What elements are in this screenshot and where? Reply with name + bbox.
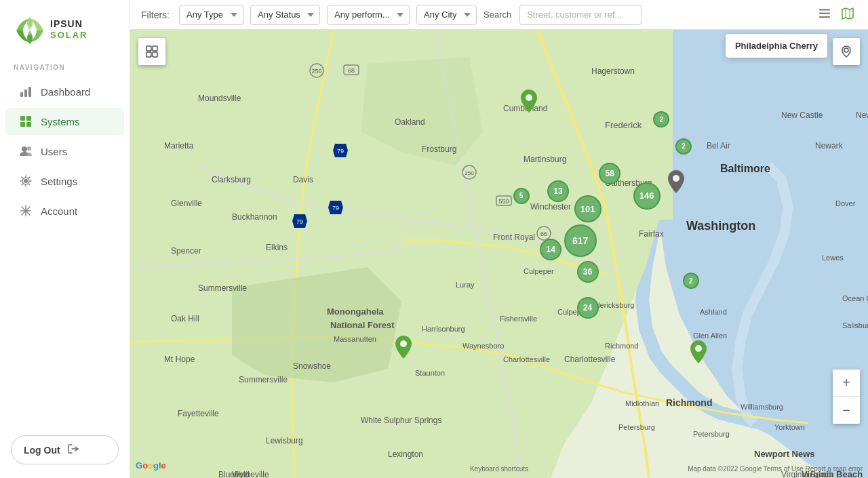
svg-text:Charlottesville: Charlottesville bbox=[503, 355, 550, 363]
sidebar-item-dashboard[interactable]: Dashboard bbox=[5, 78, 124, 105]
map-container[interactable]: Baltimore Washington Philadelphia Wilmin… bbox=[130, 30, 868, 478]
svg-point-1 bbox=[25, 26, 35, 35]
expand-icon bbox=[145, 45, 159, 58]
status-filter[interactable]: Any Status bbox=[250, 5, 320, 25]
expand-button[interactable] bbox=[138, 38, 165, 65]
svg-text:Summersville: Summersville bbox=[239, 375, 288, 384]
zoom-out-icon: − bbox=[842, 403, 850, 418]
cluster-2a[interactable]: 2 bbox=[675, 138, 692, 155]
pin-southeast[interactable] bbox=[690, 340, 707, 366]
map-background: Baltimore Washington Philadelphia Wilmin… bbox=[130, 30, 868, 478]
cluster-617[interactable]: 617 bbox=[564, 224, 597, 257]
svg-text:Baltimore: Baltimore bbox=[720, 163, 770, 174]
svg-text:Spencer: Spencer bbox=[171, 246, 201, 256]
snowflake-icon bbox=[19, 204, 33, 218]
svg-text:79: 79 bbox=[332, 205, 339, 212]
svg-text:Snowshoe: Snowshoe bbox=[293, 361, 331, 371]
svg-text:Glen Allen: Glen Allen bbox=[693, 332, 727, 340]
svg-point-13 bbox=[24, 179, 28, 183]
svg-rect-22 bbox=[819, 13, 830, 15]
grid-icon bbox=[19, 115, 33, 128]
map-pin-icon bbox=[690, 340, 707, 363]
pin-southwest[interactable] bbox=[395, 336, 412, 361]
cluster-2b[interactable]: 2 bbox=[683, 273, 699, 289]
svg-rect-21 bbox=[819, 9, 830, 11]
svg-text:Newark: Newark bbox=[856, 111, 868, 120]
gear-icon bbox=[19, 174, 33, 188]
type-filter[interactable]: Any Type bbox=[179, 5, 243, 25]
cluster-146[interactable]: 146 bbox=[633, 182, 660, 210]
svg-text:68: 68 bbox=[348, 67, 355, 74]
svg-text:Massanutten: Massanutten bbox=[334, 335, 376, 343]
map-controls: + − bbox=[833, 370, 860, 424]
svg-text:White Sulphur Springs: White Sulphur Springs bbox=[361, 416, 441, 425]
filters-bar: Filters: Any Type Any Status Any perform… bbox=[130, 0, 868, 30]
search-input[interactable] bbox=[519, 5, 642, 25]
svg-rect-110 bbox=[146, 52, 151, 57]
performance-filter[interactable]: Any perform... bbox=[327, 5, 410, 25]
map-pin-gray-icon bbox=[668, 170, 684, 193]
map-pin-icon bbox=[395, 336, 412, 359]
zoom-out-button[interactable]: − bbox=[833, 397, 860, 424]
svg-text:Monongahela: Monongahela bbox=[327, 306, 384, 317]
svg-text:Elkins: Elkins bbox=[266, 243, 288, 252]
map-icon bbox=[841, 7, 854, 22]
pin-annapolis[interactable] bbox=[668, 170, 684, 196]
navigation-label: NAVIGATION bbox=[0, 56, 130, 77]
svg-text:Luray: Luray bbox=[456, 281, 475, 289]
pin-cumberland[interactable] bbox=[521, 89, 537, 115]
sidebar-item-users[interactable]: Users bbox=[5, 138, 124, 165]
svg-text:79: 79 bbox=[296, 218, 303, 225]
svg-text:Lewisburg: Lewisburg bbox=[266, 436, 303, 445]
cluster-101[interactable]: 101 bbox=[574, 195, 601, 222]
svg-text:Salisbury: Salisbury bbox=[842, 321, 868, 330]
svg-text:Bel Air: Bel Air bbox=[707, 141, 730, 151]
map-popup: Philadelphia Cherry bbox=[726, 34, 827, 58]
cluster-2c[interactable]: 2 bbox=[653, 111, 669, 127]
search-label: Search bbox=[484, 9, 511, 20]
logo-area: IPSUN SOLAR bbox=[0, 0, 130, 56]
filters-label: Filters: bbox=[141, 9, 170, 20]
location-icon bbox=[840, 45, 853, 58]
sidebar-item-systems[interactable]: Systems bbox=[5, 108, 124, 135]
cluster-14[interactable]: 14 bbox=[540, 239, 561, 260]
map-attribution: Map data ©2022 Google Terms of Use Repor… bbox=[688, 465, 863, 473]
cluster-5[interactable]: 5 bbox=[513, 188, 530, 204]
list-view-button[interactable] bbox=[815, 4, 834, 25]
svg-text:IPSUN: IPSUN bbox=[50, 18, 83, 29]
location-button[interactable] bbox=[833, 38, 860, 65]
cluster-58[interactable]: 58 bbox=[599, 163, 620, 184]
sidebar-item-systems-label: Systems bbox=[41, 116, 80, 127]
svg-text:Hagerstown: Hagerstown bbox=[591, 66, 635, 76]
sidebar-item-settings[interactable]: Settings bbox=[5, 167, 124, 195]
svg-text:Staunton: Staunton bbox=[415, 369, 445, 377]
map-pin-icon bbox=[521, 89, 537, 113]
svg-point-19 bbox=[24, 210, 27, 212]
svg-text:Ashland: Ashland bbox=[700, 308, 727, 316]
svg-rect-6 bbox=[28, 87, 31, 97]
logo: IPSUN SOLAR bbox=[11, 12, 106, 47]
svg-text:Charlottesville: Charlottesville bbox=[564, 355, 616, 364]
cluster-13[interactable]: 13 bbox=[547, 180, 569, 202]
logout-button[interactable]: Log Out bbox=[11, 435, 119, 464]
city-filter[interactable]: Any City bbox=[416, 5, 477, 25]
svg-rect-7 bbox=[20, 116, 25, 121]
svg-text:Davis: Davis bbox=[293, 175, 313, 184]
svg-text:Fairfax: Fairfax bbox=[639, 229, 664, 239]
cluster-36[interactable]: 36 bbox=[577, 261, 599, 283]
main-content: Filters: Any Type Any Status Any perform… bbox=[130, 0, 868, 478]
sidebar-item-account[interactable]: Account bbox=[5, 197, 124, 224]
svg-rect-9 bbox=[20, 122, 25, 127]
svg-text:Front Royal: Front Royal bbox=[493, 233, 535, 242]
svg-rect-108 bbox=[146, 46, 151, 51]
cluster-24[interactable]: 24 bbox=[577, 297, 599, 319]
svg-rect-111 bbox=[153, 52, 157, 57]
svg-text:Marietta: Marietta bbox=[164, 141, 194, 151]
svg-text:Ocean City: Ocean City bbox=[842, 294, 868, 302]
zoom-in-button[interactable]: + bbox=[833, 370, 860, 397]
svg-text:Newark: Newark bbox=[815, 141, 844, 151]
google-logo: Google bbox=[136, 459, 172, 473]
sidebar-item-settings-label: Settings bbox=[41, 176, 77, 187]
map-view-button[interactable] bbox=[838, 4, 857, 25]
svg-text:Lexington: Lexington bbox=[388, 450, 423, 459]
